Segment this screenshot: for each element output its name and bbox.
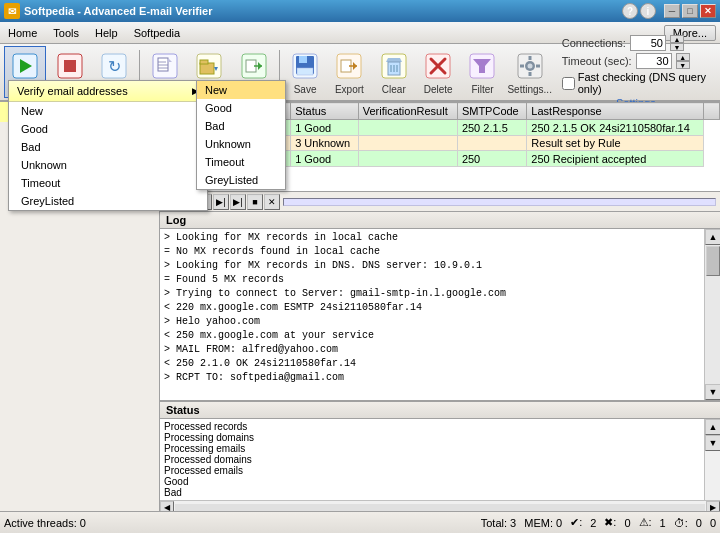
connections-input[interactable] [630, 35, 666, 51]
status-scroll-left[interactable]: ◀ [160, 501, 174, 512]
row-verif [358, 136, 457, 151]
col-last: LastResponse [527, 103, 704, 120]
menu-softpedia[interactable]: Softpedia [126, 22, 188, 43]
log-line: = No MX records found in local cache [164, 245, 700, 259]
status-scroll-up[interactable]: ▲ [705, 419, 720, 435]
new-button[interactable]: New [144, 46, 186, 98]
col-scroll [704, 103, 720, 120]
load-button[interactable]: Load [188, 46, 230, 98]
table-row[interactable]: 3 Unknown Result set by Rule [161, 136, 720, 151]
row-smtp: 250 [457, 151, 526, 167]
nav-play[interactable]: ▶| [230, 194, 246, 210]
menu-tools[interactable]: Tools [45, 22, 87, 43]
log-line: > Trying to connect to Server: gmail-smt… [164, 287, 700, 301]
status-scroll-right[interactable]: ▶ [706, 501, 720, 512]
log-scroll-up[interactable]: ▲ [705, 229, 720, 245]
filter-button[interactable]: Filter [461, 46, 503, 98]
status-h-scrollbar[interactable]: ◀ ▶ [160, 500, 720, 511]
settings-button[interactable]: Settings... [506, 46, 554, 98]
row-country: Unite... [241, 151, 291, 167]
row-icon: ✉ [161, 151, 181, 167]
svg-rect-3 [64, 60, 76, 72]
nav-first[interactable]: |◀ [162, 194, 178, 210]
status-scroll-down[interactable]: ▼ [705, 435, 720, 451]
clear-label: Clear [382, 84, 406, 95]
sidebar-item-verify-databases[interactable]: Verify all My Databases [0, 142, 159, 162]
svg-rect-13 [200, 63, 214, 74]
timeout-input[interactable] [636, 53, 672, 69]
log-panel: Log > Looking for MX records in local ca… [160, 212, 720, 401]
clear-button[interactable]: Clear [373, 46, 415, 98]
nav-stop[interactable]: ■ [247, 194, 263, 210]
settings-icon [514, 50, 546, 82]
mem-count: MEM: 0 [524, 517, 562, 529]
table-scrollbar[interactable] [283, 198, 716, 206]
col-email [181, 103, 241, 120]
svg-rect-7 [158, 58, 168, 71]
log-line: < 250 mx.google.com at your service [164, 329, 700, 343]
stop-button[interactable]: Stop [48, 46, 90, 98]
timeout-down[interactable]: ▼ [676, 61, 690, 69]
menu-home[interactable]: Home [0, 22, 45, 43]
nav-clear[interactable]: ✕ [264, 194, 280, 210]
connections-down[interactable]: ▼ [670, 43, 684, 51]
log-line: > Looking for MX records in DNS. DNS ser… [164, 259, 700, 273]
table-row[interactable]: ✉ test@ Unite... 1 Good 250 250 Recipien… [161, 151, 720, 167]
connections-label: Connections: [562, 37, 626, 49]
clock-icon: ⏱: [674, 517, 688, 529]
refresh-button[interactable]: ↻ Refresh [93, 46, 135, 98]
sidebar-item-verify-lists[interactable]: Verify all My Lists [0, 122, 159, 142]
log-scroll-down[interactable]: ▼ [705, 384, 720, 400]
table-row[interactable]: ✉ Unite... 1 Good 250 2.1.5 250 2.1.5 OK… [161, 120, 720, 136]
connections-up[interactable]: ▲ [670, 35, 684, 43]
app-icon: ✉ [4, 3, 20, 19]
delete-button[interactable]: Delete [417, 46, 459, 98]
help-icon[interactable]: ? [622, 3, 638, 19]
row-country [241, 136, 291, 151]
row-last: Result set by Rule [527, 136, 704, 151]
warn-count: 1 [660, 517, 666, 529]
fast-check-checkbox[interactable] [562, 77, 575, 90]
export-label: Export [335, 84, 364, 95]
sidebar-item-verify-all[interactable]: Verify all My Lists and Databases [0, 162, 159, 194]
row-country: Unite... [241, 120, 291, 136]
status-header: Status [160, 401, 720, 419]
log-scroll-thumb[interactable] [706, 246, 720, 276]
export-button[interactable]: Export [328, 46, 370, 98]
status-line: Processing emails [164, 443, 700, 454]
nav-prev[interactable]: ◀ [179, 194, 195, 210]
info-icon[interactable]: i [640, 3, 656, 19]
load-label: Load [198, 84, 220, 95]
status-content: Processed records Processing domains Pro… [160, 419, 720, 500]
minimize-button[interactable]: ─ [664, 4, 680, 18]
content: Country Status VerificationResult SMTPCo… [160, 102, 720, 511]
status-v-scrollbar[interactable]: ▲ ▼ [704, 419, 720, 500]
clock-count: 0 [696, 517, 702, 529]
bottom-stats-bar: Active threads: 0 Total: 3 MEM: 0 ✔: 2 ✖… [0, 511, 720, 533]
svg-rect-14 [200, 60, 208, 64]
warn-icon: ⚠: [639, 516, 652, 529]
svg-point-40 [527, 63, 532, 68]
check-icon: ✔: [570, 516, 582, 529]
svg-text:↻: ↻ [107, 58, 120, 75]
menu-help[interactable]: Help [87, 22, 126, 43]
sidebar-item-verify-email[interactable]: Verify email addresses [0, 102, 159, 122]
settings-label: Settings... [507, 84, 551, 95]
row-icon: ✉ [161, 120, 181, 136]
nav-last[interactable]: ▶| [213, 194, 229, 210]
row-last: 250 2.1.5 OK 24si2110580far.14 [527, 120, 704, 136]
col-icon [161, 103, 181, 120]
log-scrollbar[interactable]: ▲ ▼ [704, 229, 720, 400]
import-label: Import [240, 84, 268, 95]
start-button[interactable]: Start [4, 46, 46, 98]
nav-next[interactable]: ▶ [196, 194, 212, 210]
filter-label: Filter [471, 84, 493, 95]
row-email [181, 120, 241, 136]
maximize-button[interactable]: □ [682, 4, 698, 18]
import-button[interactable]: Import [233, 46, 275, 98]
export-icon [333, 50, 365, 82]
timeout-up[interactable]: ▲ [676, 53, 690, 61]
clear-icon [378, 50, 410, 82]
save-button[interactable]: Save [284, 46, 326, 98]
close-button[interactable]: ✕ [700, 4, 716, 18]
